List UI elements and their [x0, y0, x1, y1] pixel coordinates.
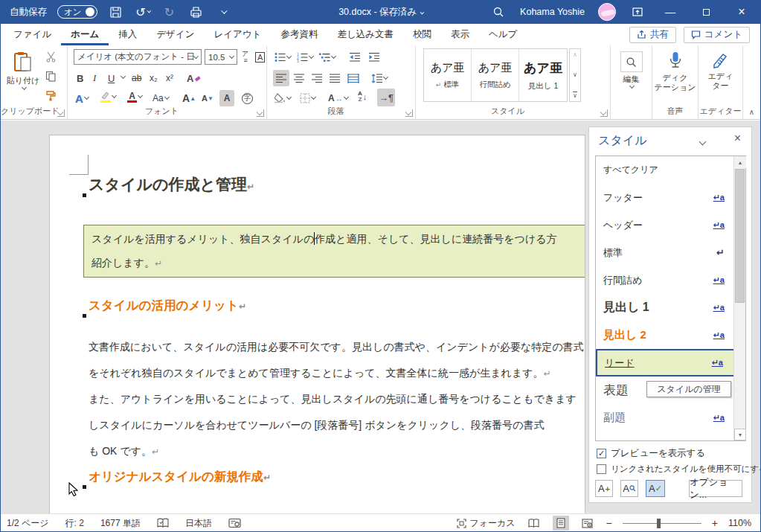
increase-indent-button[interactable]: [367, 49, 382, 65]
formatting-marks-button[interactable]: →¶: [377, 89, 395, 106]
paragraph-dialog-launcher[interactable]: [405, 109, 413, 117]
line-spacing-button[interactable]: [370, 70, 389, 86]
font-name-combo[interactable]: メイリオ (本文のフォント - 日本: [74, 49, 202, 65]
italic-button[interactable]: I: [91, 70, 97, 86]
read-mode-button[interactable]: [526, 516, 542, 531]
user-name[interactable]: Kohama Yoshie: [520, 7, 585, 17]
copy-button[interactable]: [44, 68, 58, 84]
style-gallery-item-normal[interactable]: あア亜 ↵ 標準: [424, 49, 472, 101]
gallery-more-button[interactable]: ∨: [573, 92, 577, 99]
styles-pane-close-button[interactable]: ×: [734, 132, 741, 145]
distribute-button[interactable]: [346, 70, 361, 86]
paste-button[interactable]: 貼り付け: [5, 47, 41, 112]
print-layout-button[interactable]: [553, 516, 569, 531]
show-preview-row[interactable]: ✓ プレビューを表示する: [597, 447, 705, 460]
asian-layout-button[interactable]: A↔: [327, 90, 350, 106]
change-case-button[interactable]: Aa: [151, 90, 170, 106]
scroll-thumb[interactable]: [735, 169, 745, 303]
decrease-indent-button[interactable]: [347, 49, 362, 65]
justify-button[interactable]: [328, 70, 341, 86]
character-border-button[interactable]: A: [254, 49, 266, 65]
align-center-button[interactable]: [292, 70, 306, 86]
highlight-button[interactable]: [99, 89, 118, 105]
maximize-button[interactable]: [695, 6, 717, 18]
style-item-normal[interactable]: 標準↵: [596, 239, 745, 266]
tab-references[interactable]: 参考資料: [271, 24, 327, 45]
shading-button[interactable]: [273, 90, 292, 106]
enclose-characters-button[interactable]: 字: [240, 90, 254, 106]
style-item-heading2[interactable]: 見出し 2↵a: [596, 321, 745, 349]
style-item-clear-all[interactable]: すべてクリア: [596, 156, 745, 184]
show-preview-checkbox[interactable]: ✓: [597, 449, 606, 458]
grow-font-button[interactable]: A▲: [181, 90, 197, 106]
tab-view[interactable]: 表示: [441, 24, 479, 45]
ribbon-display-options-button[interactable]: [629, 4, 646, 20]
disable-linked-row[interactable]: リンクされたスタイルを使用不可にする: [597, 464, 761, 475]
style-item-header[interactable]: ヘッダー↵a: [596, 211, 745, 239]
style-inspector-button[interactable]: A: [620, 480, 638, 497]
avatar[interactable]: [598, 3, 616, 21]
options-button[interactable]: オプション...: [689, 480, 742, 497]
search-button[interactable]: [490, 4, 507, 20]
tab-home[interactable]: ホーム: [61, 24, 109, 45]
align-right-button[interactable]: [310, 70, 324, 86]
text-effects-button[interactable]: A: [74, 90, 90, 106]
multilevel-list-button[interactable]: [318, 49, 337, 65]
styles-dialog-launcher[interactable]: [600, 109, 608, 117]
tab-mailings[interactable]: 差し込み文書: [327, 24, 403, 45]
dictation-button[interactable]: ディクテーション: [652, 47, 698, 112]
style-item-footer[interactable]: フッター↵a: [596, 184, 745, 211]
bullets-button[interactable]: [273, 49, 292, 65]
web-layout-button[interactable]: [579, 516, 596, 531]
zoom-out-button[interactable]: −: [606, 517, 612, 529]
sort-button[interactable]: AZ↓: [356, 89, 368, 105]
tab-layout[interactable]: レイアウト: [204, 24, 271, 45]
editor-button[interactable]: エディター: [699, 47, 742, 112]
save-button[interactable]: [108, 4, 124, 20]
ime-input-icon[interactable]: [228, 518, 241, 528]
numbering-button[interactable]: 123: [295, 49, 315, 65]
strikethrough-button[interactable]: ab: [130, 70, 143, 86]
redo-button[interactable]: ↻: [161, 4, 178, 20]
cut-button[interactable]: [44, 48, 58, 65]
comments-button[interactable]: コメント: [684, 27, 750, 43]
undo-button[interactable]: ↺: [135, 4, 151, 20]
zoom-slider-thumb[interactable]: [657, 519, 661, 528]
document-page[interactable]: スタイルの作成と管理↵ スタイルを活用するメリット、独自スタイルの作成と適用、そ…: [49, 135, 585, 513]
character-shading-button[interactable]: A: [219, 90, 234, 106]
language-indicator[interactable]: 日本語: [185, 517, 212, 530]
font-color-button[interactable]: A: [126, 89, 144, 105]
collapse-ribbon-button[interactable]: ∧: [749, 108, 754, 116]
scroll-down-button[interactable]: ▼: [734, 429, 746, 440]
style-item-heading1[interactable]: 見出し 1↵a: [596, 294, 745, 321]
line-indicator[interactable]: 行: 2: [65, 517, 84, 530]
tab-review[interactable]: 校閲: [403, 24, 441, 45]
minimize-button[interactable]: —: [659, 6, 681, 18]
underline-dropdown-icon[interactable]: [121, 74, 126, 79]
font-size-combo[interactable]: 10.5: [205, 49, 237, 65]
style-gallery-item-heading1[interactable]: あア亜 見出し 1: [519, 49, 567, 101]
customize-qat-button[interactable]: [215, 4, 231, 20]
styles-pane-menu-button[interactable]: [699, 138, 707, 146]
style-item-lead-selected[interactable]: リード↵a: [596, 349, 745, 376]
page-indicator[interactable]: 1/2 ページ: [7, 517, 49, 530]
lead-paragraph-box[interactable]: スタイルを活用するメリット、独自スタイルの作成と適用、そして、見出しに連続番号を…: [83, 225, 585, 278]
align-left-button[interactable]: [273, 70, 289, 86]
underline-button[interactable]: U: [106, 70, 116, 86]
quick-print-button[interactable]: [188, 4, 205, 20]
word-count[interactable]: 1677 単語: [100, 517, 141, 530]
borders-button[interactable]: [298, 90, 317, 106]
editing-button[interactable]: 編集: [611, 47, 652, 112]
new-style-button[interactable]: A+: [595, 480, 613, 497]
bold-button[interactable]: B: [75, 70, 85, 86]
styles-list-scrollbar[interactable]: ▲ ▼: [733, 156, 745, 440]
format-painter-button[interactable]: [44, 87, 58, 103]
clear-formatting-button[interactable]: A: [185, 70, 202, 86]
gallery-scroll-down-button[interactable]: ∨: [573, 71, 577, 78]
tab-file[interactable]: ファイル: [4, 24, 61, 45]
tab-design[interactable]: デザイン: [147, 24, 204, 45]
disable-linked-checkbox[interactable]: [597, 464, 606, 474]
superscript-button[interactable]: x²: [164, 70, 175, 86]
close-button[interactable]: ×: [731, 5, 753, 19]
share-button[interactable]: 共有: [629, 27, 676, 43]
